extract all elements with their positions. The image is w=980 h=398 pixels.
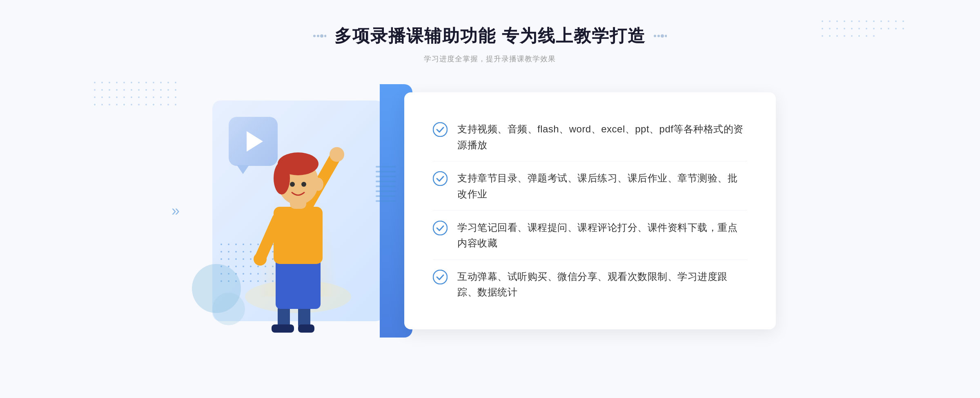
feature-text-2: 支持章节目录、弹题考试、课后练习、课后作业、章节测验、批改作业	[457, 170, 747, 202]
person-illustration	[237, 125, 359, 338]
svg-point-26	[433, 123, 447, 136]
svg-point-29	[433, 270, 447, 284]
svg-rect-12	[298, 324, 314, 333]
feature-item-2: 支持章节目录、弹题考试、课后练习、课后作业、章节测验、批改作业	[433, 162, 747, 210]
svg-point-2	[320, 34, 323, 38]
feature-text-3: 学习笔记回看、课程提问、课程评论打分、课件资料下载，重点内容收藏	[457, 220, 747, 251]
svg-point-18	[330, 147, 344, 162]
svg-point-1	[317, 35, 319, 37]
title-dots-right	[654, 33, 667, 39]
svg-point-25	[314, 178, 323, 191]
check-icon-2	[433, 171, 448, 186]
subtitle: 学习进度全掌握，提升录播课教学效果	[313, 54, 667, 64]
feature-item-4: 互动弹幕、试听购买、微信分享、观看次数限制、学习进度跟踪、数据统计	[433, 261, 747, 309]
svg-point-23	[290, 182, 295, 187]
feature-item-3: 学习笔记回看、课程提问、课程评论打分、课件资料下载，重点内容收藏	[433, 212, 747, 260]
title-row: 多项录播课辅助功能 专为线上教学打造	[313, 25, 667, 47]
svg-point-5	[657, 35, 660, 37]
title-dots-left	[313, 33, 326, 39]
feature-item-1: 支持视频、音频、flash、word、excel、ppt、pdf等各种格式的资源…	[433, 113, 747, 161]
check-icon-4	[433, 270, 448, 284]
svg-point-17	[254, 253, 267, 266]
svg-point-6	[661, 34, 664, 38]
feature-text-1: 支持视频、音频、flash、word、excel、ppt、pdf等各种格式的资源…	[457, 121, 747, 153]
dots-right	[822, 20, 906, 105]
svg-point-24	[301, 182, 306, 187]
svg-point-3	[324, 35, 326, 37]
svg-point-22	[274, 162, 290, 195]
svg-rect-11	[272, 324, 294, 333]
svg-point-27	[433, 172, 447, 186]
illustration-wrapper: »	[204, 84, 416, 338]
feature-card: 支持视频、音频、flash、word、excel、ppt、pdf等各种格式的资源…	[404, 92, 776, 329]
header: 多项录播课辅助功能 专为线上教学打造 学习进度全掌握，提升录播课教学效果	[313, 25, 667, 64]
check-icon-3	[433, 221, 448, 235]
svg-point-4	[654, 35, 656, 37]
main-title: 多项录播课辅助功能 专为线上教学打造	[334, 25, 646, 47]
svg-point-0	[313, 35, 316, 37]
feature-text-4: 互动弹幕、试听购买、微信分享、观看次数限制、学习进度跟踪、数据统计	[457, 269, 747, 300]
svg-point-7	[665, 35, 667, 37]
arrow-left-icon: »	[172, 202, 180, 219]
content-area: »	[204, 84, 776, 338]
stripe-decoration	[376, 166, 396, 207]
svg-point-28	[433, 221, 447, 235]
check-icon-1	[433, 122, 448, 137]
page-wrapper: 多项录播课辅助功能 专为线上教学打造 学习进度全掌握，提升录播课教学效果	[0, 0, 980, 398]
dots-left	[94, 82, 179, 167]
